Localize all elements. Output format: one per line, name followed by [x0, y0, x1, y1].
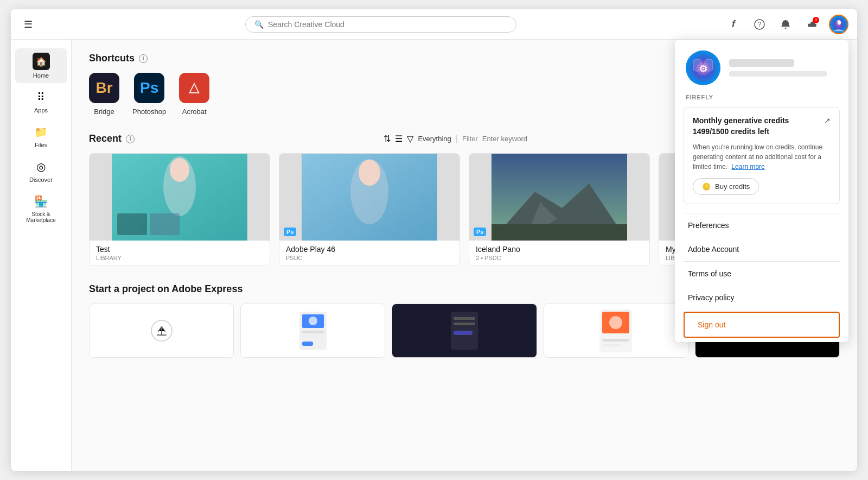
stock-icon: 🏪: [34, 194, 49, 209]
topbar-icons: f ? 0: [725, 15, 848, 34]
menu-item-privacy[interactable]: Privacy policy: [675, 286, 848, 310]
filter-tag: Everything: [418, 135, 451, 143]
discover-icon: ◎: [34, 159, 49, 174]
express-card-doc[interactable]: [392, 304, 537, 358]
recent-card-test[interactable]: Test LIBRARY: [89, 153, 270, 266]
firefly-desc: When you're running low on credits, cont…: [693, 142, 831, 172]
upload-icon: [151, 320, 173, 342]
card-name-iceland: Iceland Pano: [476, 245, 643, 254]
acrobat-label: Acrobat: [182, 108, 207, 116]
recent-card-adobe-play[interactable]: Ps Adobe Play 46 PSDC: [279, 153, 460, 266]
firefly-card: Monthly generative credits ↗ 1499/1500 c…: [684, 107, 840, 204]
bridge-icon: Br: [89, 73, 119, 103]
express-card-upload[interactable]: [89, 304, 234, 358]
profile-name-bar: [729, 59, 794, 67]
sign-out-button[interactable]: Sign out: [684, 312, 840, 338]
files-icon: 📁: [34, 124, 49, 140]
instagram-content: [241, 304, 385, 357]
list-view-icon[interactable]: ☰: [395, 134, 403, 144]
svg-rect-10: [117, 213, 147, 235]
apps-icon: ⠿: [34, 90, 49, 105]
social-preview: [599, 309, 632, 352]
search-bar: 🔍: [43, 16, 718, 33]
profile-email-bar: [729, 71, 827, 77]
menu-item-terms[interactable]: Terms of use: [675, 262, 848, 286]
learn-more-link[interactable]: Learn more: [731, 163, 764, 170]
search-input-wrap[interactable]: 🔍: [245, 16, 516, 33]
menu-button[interactable]: ☰: [20, 16, 37, 33]
card-badge-adobe-play: Ps: [284, 228, 296, 236]
sidebar-label-stock: Stock & Marketplace: [22, 211, 61, 223]
avatar-button[interactable]: [829, 15, 848, 34]
shortcut-acrobat[interactable]: Acrobat: [179, 73, 209, 116]
svg-point-31: [309, 317, 317, 325]
doc-content: [392, 304, 536, 357]
sidebar-label-home: Home: [33, 72, 49, 79]
shortcut-photoshop[interactable]: Ps Photoshop: [132, 73, 166, 116]
express-title: Start a project on Adobe Express: [89, 283, 242, 295]
instagram-preview: [299, 312, 327, 350]
sidebar-item-discover[interactable]: ◎ Discover: [15, 155, 67, 187]
home-icon: 🏠: [33, 53, 50, 70]
filter-keyword-label: Filter: [462, 135, 478, 143]
recent-label: Recent: [89, 133, 122, 144]
menu-item-preferences[interactable]: Preferences: [675, 213, 848, 237]
cloud-icon[interactable]: 0: [803, 16, 820, 33]
filter-icon[interactable]: ▽: [407, 134, 413, 144]
menu-item-adobe-account[interactable]: Adobe Account: [675, 237, 848, 261]
bridge-label: Bridge: [94, 108, 114, 116]
sidebar-item-home[interactable]: 🏠 Home: [15, 48, 67, 83]
filter-keyword-input[interactable]: [482, 135, 573, 143]
svg-text:⚙: ⚙: [699, 64, 707, 74]
firefly-card-header: Monthly generative credits ↗: [693, 116, 831, 125]
doc-preview: [451, 312, 478, 350]
notifications-icon[interactable]: [777, 16, 794, 33]
card-name-adobe-play: Adobe Play 46: [286, 245, 453, 254]
svg-rect-18: [492, 224, 627, 241]
search-icon: 🔍: [254, 20, 264, 29]
card-type-iceland: 2 • PSDC: [476, 255, 643, 261]
help-icon[interactable]: ?: [751, 16, 768, 33]
social-content: [544, 304, 688, 357]
shortcut-bridge[interactable]: Br Bridge: [89, 73, 119, 116]
recent-section-title: Recent i: [89, 133, 135, 144]
card-type-test: LIBRARY: [96, 255, 263, 261]
font-icon[interactable]: f: [725, 16, 742, 33]
filter-divider: |: [456, 134, 458, 144]
sidebar-label-discover: Discover: [29, 176, 53, 183]
acrobat-icon: [179, 73, 209, 103]
cloud-badge: 0: [813, 17, 819, 23]
firefly-credits-value: 1499/1500 credits left: [693, 127, 831, 136]
express-card-social[interactable]: [544, 304, 688, 358]
buy-credits-button[interactable]: 🪙 Buy credits: [693, 178, 759, 195]
sidebar-item-files[interactable]: 📁 Files: [15, 120, 67, 153]
card-thumb-test: [90, 154, 270, 241]
card-type-adobe-play: PSDC: [286, 255, 453, 261]
svg-text:?: ?: [758, 21, 762, 28]
sort-icon[interactable]: ⇅: [384, 134, 391, 144]
search-input[interactable]: [268, 20, 507, 29]
express-card-instagram[interactable]: [240, 304, 385, 358]
profile-section: ⚙: [675, 40, 848, 94]
svg-rect-33: [302, 336, 318, 338]
upload-content: [151, 320, 173, 342]
svg-rect-43: [602, 344, 621, 346]
svg-rect-11: [150, 213, 180, 235]
iceland-meta: 2 • PSDC: [476, 255, 501, 261]
avatar-image: [830, 16, 847, 33]
svg-rect-34: [302, 342, 313, 346]
firefly-coin-icon: 🪙: [702, 182, 711, 191]
svg-point-41: [609, 316, 622, 329]
shortcuts-info-icon[interactable]: i: [139, 54, 148, 63]
photoshop-icon: Ps: [134, 73, 164, 103]
card-info-iceland: Iceland Pano 2 • PSDC: [469, 241, 649, 266]
shortcuts-label: Shortcuts: [89, 53, 135, 64]
photoshop-label: Photoshop: [132, 108, 166, 116]
firefly-section: FIREFLY Monthly generative credits ↗ 149…: [675, 94, 848, 213]
sidebar-item-apps[interactable]: ⠿ Apps: [15, 85, 67, 118]
buy-credits-label: Buy credits: [715, 182, 750, 191]
sidebar-item-stock[interactable]: 🏪 Stock & Marketplace: [15, 190, 67, 228]
recent-card-iceland[interactable]: Ps Iceland Pano 2 • PSDC: [469, 153, 650, 266]
recent-info-icon[interactable]: i: [126, 135, 135, 143]
external-link-icon[interactable]: ↗: [824, 116, 831, 125]
